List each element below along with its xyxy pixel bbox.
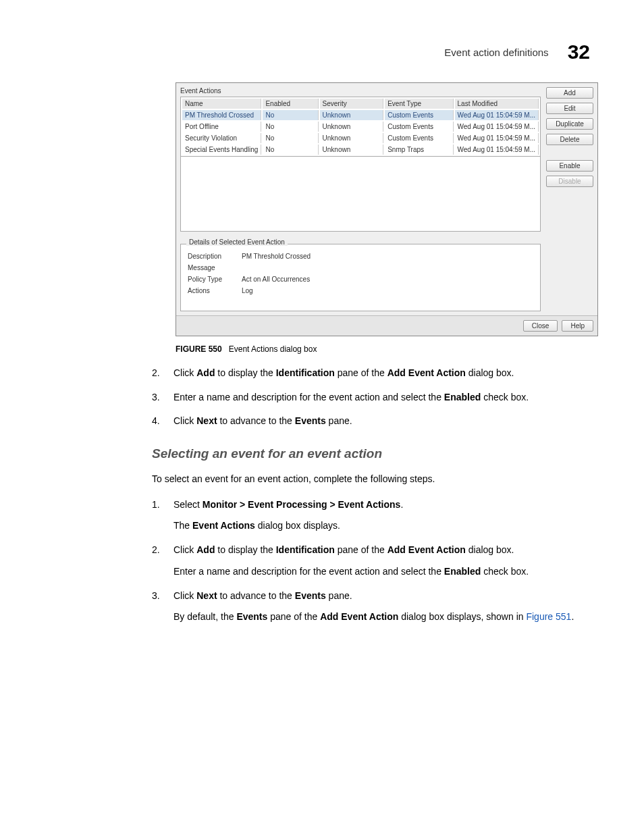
- detail-value-policy-type: Act on All Occurrences: [242, 276, 310, 283]
- step-content: Click Add to display the Identification …: [173, 366, 590, 381]
- dialog-button-column: Add Edit Duplicate Delete Enable Disable: [541, 87, 593, 311]
- step-content: Select Monitor > Event Processing > Even…: [173, 498, 590, 533]
- figure-caption: FIGURE 550 Event Actions dialog box: [176, 344, 590, 354]
- dialog-title: Event Actions: [180, 87, 541, 95]
- cell-event-type: Custom Events: [385, 122, 453, 132]
- table-row[interactable]: Port Offline No Unknown Custom Events We…: [182, 122, 539, 132]
- step-item: 3. Click Next to advance to the Events p…: [152, 589, 590, 625]
- disable-button[interactable]: Disable: [546, 176, 593, 187]
- cell-severity: Unknown: [320, 122, 384, 132]
- col-event-type[interactable]: Event Type: [385, 99, 453, 109]
- step-number: 3.: [152, 589, 173, 625]
- duplicate-button[interactable]: Duplicate: [546, 118, 593, 130]
- figure-text: Event Actions dialog box: [229, 344, 317, 354]
- detail-value-actions: Log: [242, 287, 253, 294]
- header-title: Event action definitions: [444, 47, 548, 58]
- table-header-row: Name Enabled Severity Event Type Last Mo…: [182, 99, 539, 109]
- cell-enabled: No: [263, 145, 318, 155]
- cell-enabled: No: [263, 133, 318, 143]
- table-row[interactable]: Special Events Handling No Unknown Snmp …: [182, 145, 539, 155]
- cell-enabled: No: [263, 110, 318, 120]
- col-name[interactable]: Name: [182, 99, 261, 109]
- step-number: 3.: [152, 390, 173, 405]
- cell-severity: Unknown: [320, 145, 384, 155]
- cell-event-type: Custom Events: [385, 110, 453, 120]
- figure-link[interactable]: Figure 551: [526, 611, 571, 622]
- delete-button[interactable]: Delete: [546, 134, 593, 145]
- detail-label-policy-type: Policy Type: [188, 276, 242, 283]
- step-number: 2.: [152, 366, 173, 381]
- cell-severity: Unknown: [320, 133, 384, 143]
- step-content: Enter a name and description for the eve…: [173, 390, 590, 405]
- step-number: 4.: [152, 414, 173, 429]
- detail-label-message: Message: [188, 264, 242, 271]
- edit-button[interactable]: Edit: [546, 103, 593, 114]
- detail-label-description: Description: [188, 253, 242, 260]
- cell-enabled: No: [263, 122, 318, 132]
- cell-modified: Wed Aug 01 15:04:59 M...: [455, 122, 539, 132]
- detail-value-description: PM Threshold Crossed: [242, 253, 311, 260]
- table-row[interactable]: Security Violation No Unknown Custom Eve…: [182, 133, 539, 143]
- cell-name: Security Violation: [182, 133, 261, 143]
- cell-modified: Wed Aug 01 15:04:59 M...: [455, 145, 539, 155]
- section-heading: Selecting an event for an event action: [152, 446, 590, 461]
- dialog-figure: Event Actions Name Enabled Severity Even…: [176, 82, 590, 336]
- enable-button[interactable]: Enable: [546, 160, 593, 172]
- step-item: 4. Click Next to advance to the Events p…: [152, 414, 590, 429]
- cell-name: Port Offline: [182, 122, 261, 132]
- step-item: 2. Click Add to display the Identificati…: [152, 366, 590, 381]
- step-content: Click Add to display the Identification …: [173, 543, 590, 579]
- event-actions-dialog: Event Actions Name Enabled Severity Even…: [176, 82, 598, 336]
- add-button[interactable]: Add: [546, 87, 593, 99]
- step-number: 1.: [152, 498, 173, 533]
- close-button[interactable]: Close: [523, 320, 558, 332]
- step-content: Click Next to advance to the Events pane…: [173, 589, 590, 625]
- cell-severity: Unknown: [320, 110, 384, 120]
- step-item: 2. Click Add to display the Identificati…: [152, 543, 590, 579]
- step-item: 3. Enter a name and description for the …: [152, 390, 590, 405]
- col-last-modified[interactable]: Last Modified: [455, 99, 539, 109]
- detail-label-actions: Actions: [188, 287, 242, 294]
- details-panel: Details of Selected Event Action Descrip…: [180, 244, 541, 311]
- table-empty-area: [180, 157, 541, 232]
- cell-event-type: Custom Events: [385, 133, 453, 143]
- table-row[interactable]: PM Threshold Crossed No Unknown Custom E…: [182, 110, 539, 120]
- col-severity[interactable]: Severity: [320, 99, 384, 109]
- cell-name: Special Events Handling: [182, 145, 261, 155]
- intro-paragraph: To select an event for an event action, …: [152, 472, 590, 487]
- cell-event-type: Snmp Traps: [385, 145, 453, 155]
- dialog-footer: Close Help: [176, 315, 597, 336]
- step-item: 1. Select Monitor > Event Processing > E…: [152, 498, 590, 533]
- figure-label: FIGURE 550: [176, 344, 222, 354]
- col-enabled[interactable]: Enabled: [263, 99, 318, 109]
- cell-name: PM Threshold Crossed: [182, 110, 261, 120]
- details-title: Details of Selected Event Action: [186, 238, 288, 246]
- event-actions-table: Name Enabled Severity Event Type Last Mo…: [180, 97, 541, 157]
- page-number: 32: [568, 41, 590, 63]
- step-content: Click Next to advance to the Events pane…: [173, 414, 590, 429]
- step-number: 2.: [152, 543, 173, 579]
- cell-modified: Wed Aug 01 15:04:59 M...: [455, 110, 539, 120]
- cell-modified: Wed Aug 01 15:04:59 M...: [455, 133, 539, 143]
- page-header: Event action definitions 32: [61, 41, 590, 63]
- help-button[interactable]: Help: [562, 320, 593, 332]
